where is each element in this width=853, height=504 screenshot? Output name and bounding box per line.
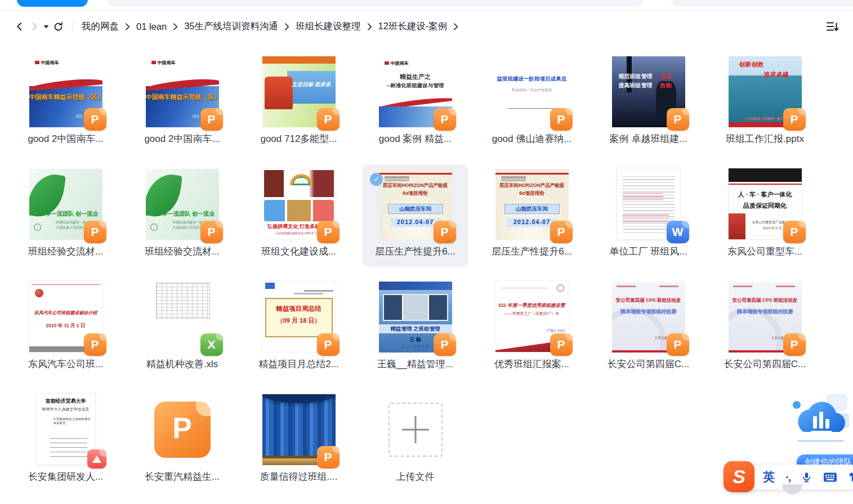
pdf-badge-icon — [87, 449, 106, 469]
file-name: good 2中国南车... — [28, 132, 103, 146]
ppt-badge-icon: P — [550, 108, 573, 131]
breadcrumb-item[interactable]: 12班长建设-案例 — [378, 20, 448, 33]
ppt-badge-icon: P — [667, 108, 689, 131]
badge-letter: P — [324, 451, 332, 464]
thumbnail-text: 6σ项目报告 — [495, 190, 569, 197]
ppt-badge-icon: P — [200, 221, 223, 243]
badge-letter: P — [557, 225, 565, 239]
file-tile[interactable]: ✓ W 单位工厂 班组风... — [596, 164, 701, 266]
ime-language-indicator[interactable]: 英 — [763, 469, 775, 485]
ime-punctuation-icon[interactable]: ·, — [785, 471, 790, 484]
thumbnail-text: 层压车间HORIZON产品产能提 — [495, 182, 569, 189]
file-tile[interactable]: ✓ 011 年第一季度优秀班组建设置——专用车三厂（装配分厂）班汇报人 2011… — [479, 277, 584, 379]
ppt-badge-icon: P — [317, 446, 340, 469]
thumbnail-text: 安公司第四届 CPS 班组活动发 — [729, 297, 802, 304]
thumbnail-text: 同等学力人员硕士学位论文 — [37, 407, 95, 412]
file-tile[interactable]: ✓ 创新创效追求卓越一公司精神一队精神一线工作 P 班组工作汇报.pptx — [712, 52, 818, 154]
selected-check-icon[interactable]: ✓ — [370, 173, 383, 186]
file-thumbnail: 人 · 车 · 客户一体化品质保证同期化东风公司重型车厂装配二厂2010 年 6… — [729, 168, 802, 240]
file-tile[interactable]: ✓ 安公司第四届 CPS 班组活动发降本增效专项班组对抗赛长安汽车 班组车间 P… — [712, 277, 818, 379]
file-thumbnail: 011 年第一季度优秀班组建设置——专用车三厂（装配分厂）班汇报人 2011 P — [495, 281, 569, 353]
file-tile[interactable]: ✓ 首都经济贸易大学同等学力人员硕士学位论文长安集团研发人员绩效考评体系研究 长… — [13, 390, 118, 492]
file-tile[interactable]: ✓ 东风汽车公司班组建设秘诀介绍2010 年 11 月 1 日 P 东风汽车公司… — [13, 277, 118, 379]
refresh-button[interactable] — [51, 18, 65, 35]
ppt-badge-icon: P — [550, 221, 573, 243]
file-tile[interactable]: ✓ 益班组建设一阶段项目成果总形成班组一天的长效机制 P good 佛山迪赛纳.… — [479, 52, 584, 154]
thumbnail-text: 2010 年 11 月 1 日 — [29, 323, 102, 329]
file-tile[interactable]: ✓ 规范班组管理体系提高班组管理效能 P 案例 卓越班组建... — [596, 52, 701, 154]
sort-order-button[interactable] — [826, 21, 839, 33]
thumb-decoration — [264, 200, 334, 221]
file-tile[interactable]: ✓ 争一流团队 创一流业中国兵器内蒙古一机集团大成装备公司四分厂二作 P 班组经… — [13, 164, 118, 266]
skin-tshirt-icon[interactable] — [848, 471, 853, 483]
topbar-blue-button[interactable] — [17, 0, 88, 7]
badge-letter: P — [207, 113, 215, 126]
thumbnail-text: 2012.04-07 — [390, 218, 441, 227]
history-dropdown-button[interactable] — [42, 18, 51, 35]
thumb-decoration — [388, 403, 443, 457]
badge-letter: P — [557, 113, 565, 126]
thumb-decoration — [50, 434, 87, 458]
forward-button[interactable] — [27, 18, 42, 35]
upload-file-tile[interactable]: ✓ 上传文件 — [363, 390, 468, 492]
file-thumbnail: 立足目标 追求卓00000 P — [262, 56, 336, 127]
badge-letter: P — [790, 338, 798, 351]
file-tile[interactable]: ✓ P 质量信得过班组.... — [246, 390, 351, 492]
file-name: 东风公司重型车... — [727, 245, 802, 258]
sogou-logo-icon[interactable]: S — [724, 461, 754, 492]
file-tile[interactable]: ✓ 精益管理 之班组管理王 巍二〇一三年十月 P 王巍__精益管理... — [363, 277, 468, 379]
file-name: 层压生产性提升6... — [375, 245, 455, 258]
file-tile[interactable]: ✓ 弘扬拼搏文化 打造卓越班组公司班组建设材料交流 2009 年 12 月 P … — [246, 164, 351, 266]
breadcrumb-item[interactable]: 班组长建设整理 — [296, 20, 361, 33]
keyboard-icon[interactable] — [823, 472, 837, 483]
thumbnail-text: 山能层压车间 — [504, 204, 560, 214]
ppt-badge-icon: P — [317, 108, 340, 131]
breadcrumb-item[interactable]: 01 lean — [136, 21, 167, 32]
file-name: 优秀班组汇报案... — [494, 358, 569, 371]
chevron-right-icon — [29, 21, 39, 32]
breadcrumb-item[interactable]: 我的网盘 — [82, 20, 119, 33]
file-thumbnail: P — [146, 394, 219, 465]
ppt-badge-icon: P — [434, 333, 456, 356]
file-thumbnail: 精益项目周总结（09 月 18 日） P — [262, 281, 336, 353]
thumbnail-text: 降本增效专项班组对抗赛 — [612, 309, 685, 315]
file-tile[interactable]: ✓ 人 · 车 · 客户一体化品质保证同期化东风公司重型车厂装配二厂2010 年… — [712, 164, 818, 266]
badge-letter: P — [790, 225, 798, 239]
file-tile[interactable]: ✓ 层压车间HORIZON产品产能提6σ项目报告山能层压车间2012.04-07… — [479, 164, 584, 266]
breadcrumb-item[interactable]: 35生产线培训资料沟通 — [184, 20, 278, 33]
search-input[interactable] — [107, 0, 643, 7]
file-thumbnail: 东风汽车公司班组建设秘诀介绍2010 年 11 月 1 日 P — [29, 281, 102, 353]
thumbnail-text: 精益管理 之班组管理 — [379, 324, 452, 333]
thumbnail-text: 201 — [192, 114, 199, 119]
file-tile[interactable]: ✓ 立足目标 追求卓00000 P good 712多能型... — [246, 52, 351, 154]
file-tile[interactable]: ✓ 层压车间HORIZON产品产能提6σ项目报告山能层压车间2012.04-07… — [363, 164, 468, 266]
file-tile[interactable]: ✓ 中国南车中国南车精益示范线（区）建201 P good 2中国南车... — [129, 52, 235, 154]
file-tile[interactable]: ✓ 安公司第四届 CPS 班组活动发降本增效专项班组对抗赛长安汽车 班组车间 P… — [596, 277, 701, 379]
back-button[interactable] — [12, 18, 27, 35]
badge-letter: P — [790, 113, 798, 126]
thumbnail-text: 6σ项目报告 — [379, 190, 452, 197]
thumb-decoration — [729, 213, 745, 239]
thumbnail-text: 降本增效专项班组对抗赛 — [729, 309, 802, 315]
file-tile[interactable]: ✓ P 长安重汽精益生... — [129, 390, 235, 492]
badge-letter: P — [324, 225, 332, 239]
badge-letter: P — [440, 225, 448, 239]
file-thumbnail: 争一流团队 创一流业中国兵器内蒙古一机集团大成装备公司四分厂二作 P — [146, 168, 219, 240]
file-tile[interactable]: ✓ X 精益机种改善.xls — [129, 277, 235, 379]
thumbnail-text: 品质保证同期化 — [729, 202, 802, 210]
thumbnail-text: 争一流团队 创一流业 — [159, 211, 218, 218]
file-tile[interactable]: ✓ 中国南车中国南车精益示范线（区）建201 P good 2中国南车... — [13, 52, 118, 154]
file-tile[interactable]: ✓ 精益项目周总结（09 月 18 日） P 精益项目月总结2... — [246, 277, 351, 379]
badge-letter: P — [440, 338, 448, 351]
file-name: 上传文件 — [396, 470, 435, 484]
file-tile[interactable]: ✓ 中国南车精益生产之--标准化班组建设与管理 P good 案例 精益... — [363, 52, 468, 154]
header-right-pill[interactable] — [671, 0, 853, 7]
file-tile[interactable]: ✓ 争一流团队 创一流业中国兵器内蒙古一机集团大成装备公司四分厂二作 P 班组经… — [129, 164, 235, 266]
thumbnail-text: 精益生产之 — [379, 73, 452, 81]
file-thumbnail: 层压车间HORIZON产品产能提6σ项目报告山能层压车间2012.04-07 P — [495, 168, 569, 240]
ppt-badge-icon: P — [200, 108, 223, 131]
breadcrumb-separator-icon — [125, 23, 130, 30]
breadcrumb-separator-icon — [367, 23, 372, 30]
toolbar-divider — [72, 20, 73, 33]
microphone-icon[interactable] — [801, 471, 812, 484]
